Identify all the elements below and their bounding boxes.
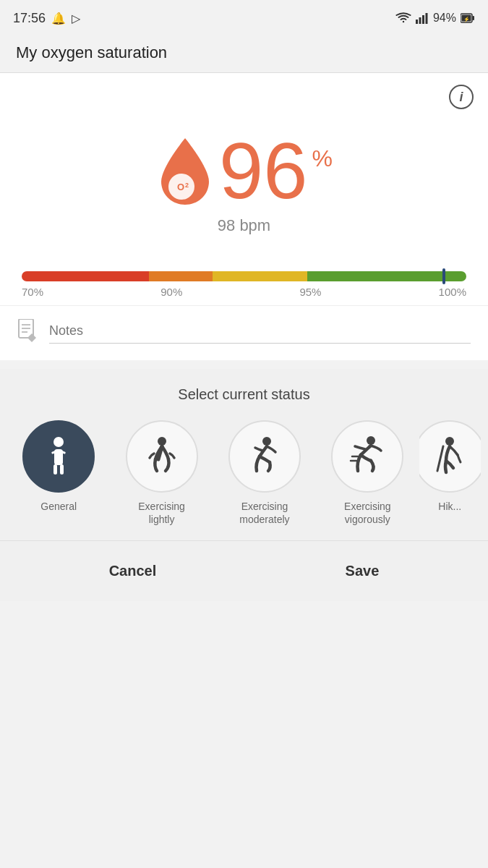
activity-label-lightly: Exercising lightly — [129, 500, 194, 526]
scale-indicator — [442, 268, 445, 284]
info-button[interactable]: i — [449, 85, 474, 109]
reading-container: O 2 96 % 98 bpm — [0, 109, 488, 250]
scale-bar — [22, 271, 466, 281]
activity-label-moderately: Exercising moderately — [232, 500, 297, 526]
spo2-value: 96 — [219, 131, 307, 210]
scale-label-70: 70% — [22, 286, 43, 298]
svg-point-15 — [53, 437, 64, 447]
svg-point-28 — [445, 437, 454, 446]
notes-container — [0, 305, 488, 360]
svg-point-21 — [158, 437, 166, 446]
scale-container: 70% 90% 95% 100% — [0, 250, 488, 305]
reading-main: O 2 96 % — [155, 131, 333, 210]
activity-label-hiking: Hik... — [438, 500, 461, 513]
header: My oxygen saturation — [0, 36, 488, 73]
svg-point-25 — [367, 436, 375, 445]
spo2-unit: % — [312, 145, 332, 172]
svg-rect-3 — [425, 13, 427, 24]
bottom-panel: Select current status General — [0, 369, 488, 601]
svg-rect-19 — [53, 464, 57, 475]
activity-label-general: General — [40, 500, 77, 513]
svg-rect-1 — [419, 17, 421, 24]
status-select-title: Select current status — [0, 386, 488, 403]
svg-point-24 — [262, 437, 271, 446]
signal-icon — [416, 12, 429, 24]
status-bar: 17:56 🔔 ▷ 94% ⚡ — [0, 0, 488, 36]
svg-text:⚡: ⚡ — [463, 16, 470, 22]
notes-input[interactable] — [49, 323, 471, 344]
activity-item-exercising-vigorously[interactable]: Exercising vigorously — [316, 420, 419, 526]
activity-circle-lightly — [126, 420, 198, 493]
action-bar: Cancel Save — [0, 540, 488, 601]
activity-row: General Exercising lightly — [0, 420, 488, 526]
activity-circle-moderately — [228, 420, 301, 493]
svg-rect-5 — [473, 16, 475, 20]
page-title: My oxygen saturation — [16, 43, 472, 62]
activity-item-hiking[interactable]: Hik... — [419, 420, 481, 526]
activity-item-general[interactable]: General — [7, 420, 110, 526]
battery-icon: ⚡ — [461, 13, 475, 23]
scale-label-100: 100% — [439, 286, 466, 298]
activity-circle-hiking — [419, 420, 481, 493]
svg-rect-20 — [60, 464, 64, 475]
scale-label-95: 95% — [299, 286, 321, 298]
scale-orange — [149, 271, 213, 281]
main-content: i O 2 96 % 98 bpm — [0, 73, 488, 360]
cancel-button[interactable]: Cancel — [80, 557, 186, 585]
scale-yellow — [213, 271, 308, 281]
battery-percent: 94% — [433, 12, 456, 25]
wifi-icon — [395, 12, 411, 24]
scale-labels: 70% 90% 95% 100% — [22, 281, 466, 298]
status-time: 17:56 — [13, 11, 46, 26]
svg-text:O: O — [177, 182, 184, 192]
scale-green — [307, 271, 466, 281]
activity-item-exercising-moderately[interactable]: Exercising moderately — [213, 420, 316, 526]
notification-icon: 🔔 — [51, 12, 66, 25]
svg-text:2: 2 — [185, 182, 189, 189]
notes-icon — [17, 319, 38, 347]
svg-line-29 — [437, 446, 443, 471]
activity-circle-general — [22, 420, 95, 493]
activity-label-vigorously: Exercising vigorously — [335, 500, 400, 526]
svg-rect-0 — [416, 20, 418, 24]
bpm-value: 98 bpm — [218, 216, 270, 235]
svg-rect-2 — [422, 15, 424, 24]
save-button[interactable]: Save — [317, 557, 408, 585]
scale-label-90: 90% — [160, 286, 182, 298]
scale-red — [22, 271, 149, 281]
activity-item-exercising-lightly[interactable]: Exercising lightly — [110, 420, 213, 526]
activity-circle-vigorously — [331, 420, 403, 493]
media-icon: ▷ — [72, 12, 80, 25]
o2-droplet-icon: O 2 — [155, 135, 215, 207]
